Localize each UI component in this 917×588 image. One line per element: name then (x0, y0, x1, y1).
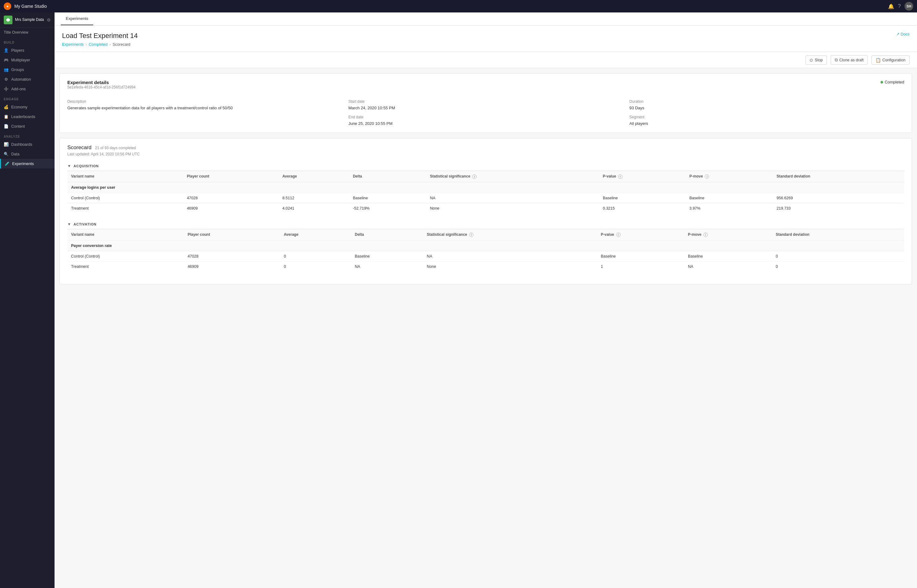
col-average: Average (280, 229, 351, 240)
sidebar-item-economy[interactable]: 💰 Economy (0, 102, 55, 112)
average-cell: 4.0241 (279, 203, 349, 213)
variant-cell: Control (Control) (67, 193, 183, 203)
clone-as-draft-button[interactable]: ⧉ Clone as draft (831, 55, 868, 65)
page-title: Load Test Experiment 14 (62, 32, 138, 40)
activation-header: ▼ ACTIVATION (67, 220, 904, 229)
player-count-cell: 46909 (184, 261, 280, 271)
sidebar-item-dashboards[interactable]: 📊 Dashboards (0, 139, 55, 149)
std-dev-cell: 0 (772, 261, 904, 271)
addons-icon: ➕ (4, 87, 9, 91)
sidebar-item-players[interactable]: 👤 Players (0, 45, 55, 55)
average-cell: 0 (280, 251, 351, 261)
p-move-info-icon-2[interactable]: i (703, 233, 708, 237)
col-std-dev: Standard deviation (772, 229, 904, 240)
sidebar-item-experiments[interactable]: 🧪 Experiments (0, 159, 55, 168)
variant-cell: Treatment (67, 261, 184, 271)
col-p-value: P-value i (597, 229, 684, 240)
scorecard-updated: Last updated: April 14, 2020 10:56 PM UT… (67, 152, 904, 156)
sidebar-item-automation[interactable]: ⚙ Automation (0, 74, 55, 84)
std-dev-cell: 0 (772, 251, 904, 261)
sidebar-section-build: BUILD (0, 37, 55, 45)
stat-sig-info-icon[interactable]: i (472, 174, 476, 179)
details-section-title: Experiment details 5e1efeda-4616-45c4-af… (67, 80, 136, 94)
studio-name: Mrs Sample Data (15, 18, 44, 23)
sidebar-item-leaderboards[interactable]: 📋 Leaderboards (0, 112, 55, 121)
p-value-cell: 0.3215 (599, 203, 686, 213)
std-dev-cell: 219.733 (773, 203, 904, 213)
p-move-cell: NA (684, 261, 772, 271)
sidebar-item-multiplayer[interactable]: 🎮 Multiplayer (0, 55, 55, 65)
end-date-value: June 25, 2020 10:55 PM (348, 121, 624, 127)
p-move-cell: Baseline (686, 193, 773, 203)
col-variant-name: Variant name (67, 171, 183, 182)
experiments-icon: 🧪 (5, 162, 10, 166)
duration-label: Duration (629, 99, 904, 104)
data-icon: 🔍 (4, 152, 9, 156)
config-icon: 📋 (876, 58, 881, 63)
duration-value: 93 Days (629, 105, 904, 111)
docs-link[interactable]: ↗ Docs (896, 32, 909, 36)
p-value-info-icon[interactable]: i (618, 174, 622, 179)
p-value-info-icon-2[interactable]: i (616, 233, 621, 237)
content-icon: 📄 (4, 124, 9, 129)
action-bar: ⊙ Stop ⧉ Clone as draft 📋 Configuration (55, 52, 917, 68)
content-area: Load Test Experiment 14 ↗ Docs Experimen… (55, 26, 917, 588)
experiment-details-card: Experiment details 5e1efeda-4616-45c4-af… (60, 73, 912, 133)
sidebar-item-addons[interactable]: ➕ Add-ons (0, 84, 55, 94)
svg-marker-0 (6, 18, 10, 22)
app-logo: ● (4, 3, 11, 10)
p-value-cell: Baseline (599, 193, 686, 203)
help-icon[interactable]: ? (898, 3, 901, 9)
acquisition-toggle[interactable]: ▼ (67, 164, 71, 168)
breadcrumb-sep-1: › (86, 42, 87, 47)
scorecard-card: Scorecard 21 of 93 days completed Last u… (60, 138, 912, 284)
start-date-value: March 24, 2020 10:55 PM (348, 105, 624, 111)
activation-table: Variant name Player count Average Delta … (67, 229, 904, 271)
notification-icon[interactable]: 🔔 (888, 3, 894, 9)
sidebar-item-content[interactable]: 📄 Content (0, 121, 55, 131)
description-value: Generates sample experimentation data fo… (67, 105, 342, 111)
clone-icon: ⧉ (835, 57, 838, 63)
scorecard-header: Scorecard 21 of 93 days completed (67, 144, 904, 151)
app-title: My Game Studio (15, 4, 885, 9)
studio-header: Mrs Sample Data ⚙ (0, 13, 55, 28)
sidebar-item-groups[interactable]: 👥 Groups (0, 65, 55, 74)
dates-field: Start date March 24, 2020 10:55 PM End d… (348, 99, 624, 126)
status-badge: Completed (881, 80, 904, 84)
col-p-value: P-value i (599, 171, 686, 182)
sidebar-item-data[interactable]: 🔍 Data (0, 149, 55, 159)
breadcrumb-experiments[interactable]: Experiments (62, 42, 84, 47)
user-avatar[interactable]: SH (904, 2, 913, 11)
acquisition-section: ▼ ACQUISITION Variant name Player count … (67, 162, 904, 213)
configuration-button[interactable]: 📋 Configuration (872, 55, 909, 65)
breadcrumb-completed[interactable]: Completed (89, 42, 107, 47)
col-delta: Delta (351, 229, 423, 240)
sidebar-section-engage: ENGAGE (0, 94, 55, 102)
breadcrumb-current: Scorecard (112, 42, 130, 47)
tab-bar: Experiments (55, 13, 917, 26)
tab-experiments[interactable]: Experiments (61, 13, 93, 25)
studio-settings-icon[interactable]: ⚙ (47, 18, 51, 23)
stat-sig-info-icon-2[interactable]: i (469, 233, 473, 237)
stop-button[interactable]: ⊙ Stop (805, 55, 827, 65)
studio-icon (4, 16, 13, 24)
main-content: Experiments Load Test Experiment 14 ↗ Do… (55, 13, 917, 588)
duration-segment-field: Duration 93 Days Segment All players (629, 99, 904, 126)
activation-table-header: Variant name Player count Average Delta … (67, 229, 904, 240)
metric-name: Payer conversion rate (67, 240, 904, 251)
segment-label: Segment (629, 115, 904, 119)
p-value-cell: 1 (597, 261, 684, 271)
delta-cell: NA (351, 261, 423, 271)
acquisition-label: ACQUISITION (74, 164, 99, 168)
breadcrumb-sep-2: › (109, 42, 111, 47)
p-value-cell: Baseline (597, 251, 684, 261)
automation-icon: ⚙ (4, 77, 9, 82)
description-field: Description Generates sample experimenta… (67, 99, 342, 126)
status-label: Completed (885, 80, 904, 84)
col-delta: Delta (349, 171, 426, 182)
p-move-cell: 3.97% (686, 203, 773, 213)
p-move-info-icon[interactable]: i (705, 174, 709, 179)
activation-toggle[interactable]: ▼ (67, 222, 71, 226)
sidebar-item-title-overview[interactable]: Title Overview (0, 28, 55, 37)
dashboards-icon: 📊 (4, 142, 9, 147)
